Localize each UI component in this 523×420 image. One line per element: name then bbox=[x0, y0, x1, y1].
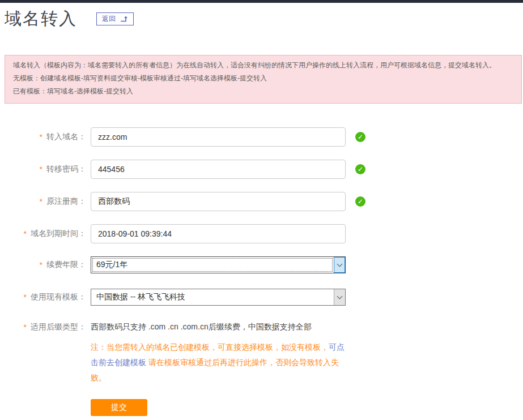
existing-template-selected-value: 中国数据 -- 林飞飞飞科技 bbox=[91, 289, 334, 305]
page-title: 域名转入 bbox=[5, 7, 77, 30]
form-row-domain: * 转入域名： ✓ bbox=[0, 127, 523, 147]
field-label-text: 使用现有模板： bbox=[31, 292, 86, 302]
form-row-original-registrar: * 原注册商： ✓ bbox=[0, 192, 523, 211]
transfer-password-input[interactable] bbox=[91, 160, 346, 179]
field-label: * 转入域名： bbox=[0, 132, 86, 142]
note-text: 注：当您需转入的域名已创建模板，可直接选择模板，如没有模板，可点击前去创建模板 … bbox=[91, 340, 347, 385]
form-row-existing-template: * 使用现有模板： 中国数据 -- 林飞飞飞科技 bbox=[0, 289, 523, 306]
page-header: 域名转入 返回 bbox=[0, 3, 523, 30]
field-label: * 续费年限： bbox=[0, 260, 86, 270]
required-asterisk: * bbox=[40, 133, 42, 141]
form-row-transfer-password: * 转移密码： ✓ bbox=[0, 160, 523, 179]
field-label: * 适用后缀类型： bbox=[0, 321, 86, 332]
field-label: * 域名到期时间： bbox=[0, 229, 86, 239]
chevron-down-icon[interactable] bbox=[334, 289, 345, 305]
field-label-text: 原注册商： bbox=[46, 196, 86, 207]
domain-input[interactable] bbox=[91, 127, 346, 147]
return-arrow-icon bbox=[120, 16, 128, 22]
field-label-text: 转移密码： bbox=[46, 164, 86, 174]
required-asterisk: * bbox=[24, 293, 27, 301]
form-row-expiry-time: * 域名到期时间： bbox=[0, 224, 523, 243]
note-prefix: 注：当您需转入的域名已创建模板，可直接选择模板，如没有模板， bbox=[91, 342, 329, 352]
field-label: * 转移密码： bbox=[0, 164, 86, 174]
renewal-years-select[interactable]: 69元/1年 bbox=[91, 256, 346, 273]
suffix-types-value: 西部数码只支持 .com .cn .com.cn后缀续费，中国数据支持全部 bbox=[91, 321, 312, 332]
notice-line: 无模板：创建域名模板-填写资料提交审核-模板审核通过-填写域名选择模板-提交转入 bbox=[13, 74, 513, 83]
notice-line: 已有模板：填写域名-选择模板-提交转入 bbox=[13, 87, 513, 96]
required-asterisk: * bbox=[24, 323, 27, 331]
submit-button[interactable]: 提交 bbox=[91, 399, 147, 416]
success-check-icon: ✓ bbox=[355, 164, 365, 174]
field-label: * 原注册商： bbox=[0, 196, 86, 207]
form-row-renewal-years: * 续费年限： 69元/1年 bbox=[0, 256, 523, 273]
form-row-suffix-types: * 适用后缀类型： 西部数码只支持 .com .cn .com.cn后缀续费，中… bbox=[0, 321, 523, 332]
domain-transfer-form: * 转入域名： ✓ * 转移密码： ✓ * 原注册商： ✓ * 域名到期时间 bbox=[0, 127, 523, 416]
field-label-text: 适用后缀类型： bbox=[31, 322, 86, 332]
required-asterisk: * bbox=[40, 198, 42, 205]
required-asterisk: * bbox=[24, 230, 27, 238]
required-asterisk: * bbox=[40, 261, 42, 269]
note-label-spacer bbox=[0, 340, 86, 341]
field-label-text: 续费年限： bbox=[46, 260, 86, 270]
original-registrar-input[interactable] bbox=[91, 192, 346, 211]
notice-line: 域名转入（模板内容为：域名需要转入的所有者信息）为在线自动转入，适合没有纠纷的情… bbox=[13, 61, 513, 70]
back-button[interactable]: 返回 bbox=[96, 12, 134, 25]
renewal-years-selected-value: 69元/1年 bbox=[91, 257, 334, 273]
field-label-text: 转入域名： bbox=[46, 132, 86, 142]
required-asterisk: * bbox=[40, 165, 42, 173]
form-row-note: 注：当您需转入的域名已创建模板，可直接选择模板，如没有模板，可点击前去创建模板 … bbox=[0, 340, 523, 385]
success-check-icon: ✓ bbox=[355, 196, 365, 207]
info-notice-box: 域名转入（模板内容为：域名需要转入的所有者信息）为在线自动转入，适合没有纠纷的情… bbox=[5, 55, 522, 104]
expiry-time-input[interactable] bbox=[91, 224, 346, 243]
existing-template-select[interactable]: 中国数据 -- 林飞飞飞科技 bbox=[91, 289, 346, 306]
field-label: * 使用现有模板： bbox=[0, 292, 86, 302]
field-label-text: 域名到期时间： bbox=[31, 229, 86, 239]
success-check-icon: ✓ bbox=[355, 132, 365, 142]
back-button-label: 返回 bbox=[102, 15, 116, 23]
chevron-down-icon[interactable] bbox=[334, 257, 345, 273]
